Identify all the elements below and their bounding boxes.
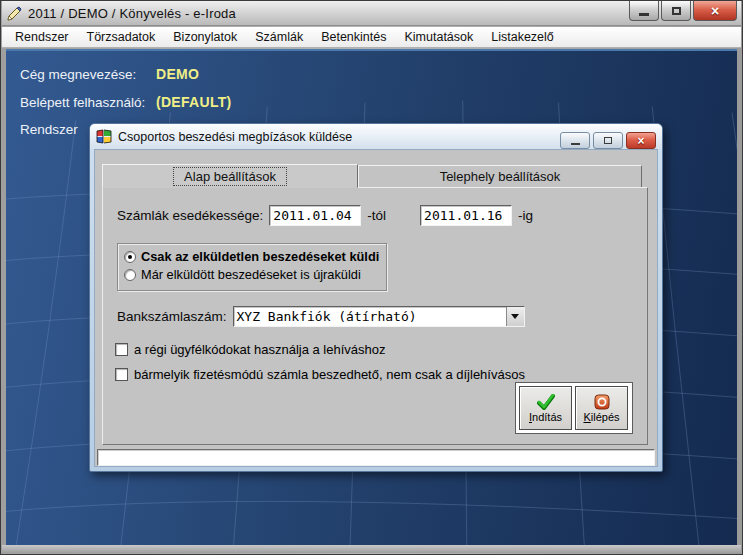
dialog-maximize-button[interactable] xyxy=(593,132,623,149)
checkbox-old-client-codes[interactable]: a régi ügyfélkódokat használja a lehívás… xyxy=(115,342,386,357)
main-titlebar: 2011 / DEMO / Könyvelés - e-Iroda × xyxy=(2,1,741,26)
dialog-title: Csoportos beszedési megbízások küldése xyxy=(118,130,352,144)
bank-account-value: XYZ Bankfiók (átírható) xyxy=(234,307,506,326)
dialog-titlebar[interactable]: Csoportos beszedési megbízások küldése × xyxy=(90,124,662,149)
company-value: DEMO xyxy=(156,66,199,82)
start-button[interactable]: Indítás xyxy=(519,386,572,430)
tab-telephely-beallitasok[interactable]: Telephely beállítások xyxy=(358,165,642,188)
send-mode-group: Csak az elküldetlen beszedéseket küldi M… xyxy=(117,243,387,291)
due-date-label: Számlák esedékessége: xyxy=(117,208,263,223)
window-bottom-frame xyxy=(2,545,741,553)
bank-account-select[interactable]: XYZ Bankfiók (átírható) xyxy=(233,306,525,327)
dialog-close-button[interactable]: × xyxy=(626,132,656,149)
exit-button-label: Kilépés xyxy=(583,411,619,423)
menu-item-betenkintes[interactable]: Betenkintés xyxy=(312,28,395,46)
menubar: Rendszer Törzsadatok Bizonylatok Számlák… xyxy=(2,27,741,48)
checkbox-label: bármelyik fizetésmódú számla beszedhető,… xyxy=(134,367,525,382)
tab-label: Alap beállítások xyxy=(173,167,287,186)
window-title: 2011 / DEMO / Könyvelés - e-Iroda xyxy=(28,6,236,21)
company-label: Cég megnevezése: xyxy=(20,67,156,82)
stop-icon xyxy=(594,394,610,410)
user-label: Belépett felhasználó: xyxy=(20,95,156,110)
dialog-close-icon: × xyxy=(637,135,644,147)
menu-item-bizonylatok[interactable]: Bizonylatok xyxy=(164,28,246,46)
date-to-input[interactable] xyxy=(420,205,512,226)
due-date-row: Számlák esedékessége: -tól -ig xyxy=(117,205,533,226)
menu-item-torzsadatok[interactable]: Törzsadatok xyxy=(78,28,165,46)
checkbox-label: a régi ügyfélkódokat használja a lehívás… xyxy=(134,342,386,357)
app-icon xyxy=(7,5,23,21)
dialog-caption-buttons: × xyxy=(560,132,656,149)
company-row: Cég megnevezése: DEMO xyxy=(20,66,199,82)
dialog-csoportos-beszedes: Csoportos beszedési megbízások küldése ×… xyxy=(89,123,663,472)
tab-alap-beallitasok[interactable]: Alap beállítások xyxy=(102,164,358,188)
close-button[interactable]: × xyxy=(693,1,737,21)
date-to-suffix: -ig xyxy=(518,208,533,223)
radio-label: Csak az elküldetlen beszedéseket küldi xyxy=(141,249,379,264)
radio-unselected-icon xyxy=(124,269,136,281)
radio-resend-sent[interactable]: Már elküldött beszedéseket is újraküldi xyxy=(124,267,380,282)
action-button-panel: Indítás Kilépés xyxy=(515,382,633,434)
date-from-input[interactable] xyxy=(269,205,361,226)
maximize-button[interactable] xyxy=(661,1,691,21)
tab-label: Telephely beállítások xyxy=(440,169,561,184)
minimize-button[interactable] xyxy=(629,1,659,21)
menu-item-szamlak[interactable]: Számlák xyxy=(246,28,312,46)
minimize-icon xyxy=(639,13,649,16)
dialog-maximize-icon xyxy=(604,137,612,144)
start-button-label: Indítás xyxy=(529,411,562,423)
radio-selected-icon xyxy=(124,251,136,263)
dialog-status-field xyxy=(97,449,655,466)
bank-account-row: Bankszámlaszám: XYZ Bankfiók (átírható) xyxy=(117,306,525,327)
check-icon xyxy=(537,394,555,410)
radio-label: Már elküldött beszedéseket is újraküldi xyxy=(141,267,361,282)
dialog-minimize-icon xyxy=(571,143,580,145)
radio-only-unsent[interactable]: Csak az elküldetlen beszedéseket küldi xyxy=(124,249,380,264)
main-window: 2011 / DEMO / Könyvelés - e-Iroda × Rend… xyxy=(0,0,743,555)
checkbox-any-payment-mode[interactable]: bármelyik fizetésmódú számla beszedhető,… xyxy=(115,367,525,382)
exit-button[interactable]: Kilépés xyxy=(575,386,628,430)
date-from-suffix: -tól xyxy=(367,208,386,223)
dialog-body: Alap beállítások Telephely beállítások S… xyxy=(94,149,658,467)
dialog-icon xyxy=(96,129,112,144)
menu-item-kimutatasok[interactable]: Kimutatások xyxy=(395,28,482,46)
close-icon: × xyxy=(711,4,719,18)
chevron-down-icon xyxy=(511,314,519,319)
checkbox-icon xyxy=(115,343,128,356)
user-row: Belépett felhasználó: (DEFAULT) xyxy=(20,94,232,110)
user-value: (DEFAULT) xyxy=(156,94,232,110)
bank-account-label: Bankszámlaszám: xyxy=(117,309,227,324)
menu-item-rendszer[interactable]: Rendszer xyxy=(6,28,78,46)
dialog-minimize-button[interactable] xyxy=(560,132,590,149)
maximize-icon xyxy=(672,7,681,15)
combo-dropdown-button[interactable] xyxy=(506,307,524,326)
menu-item-listakezelo[interactable]: Listakezelő xyxy=(482,28,563,46)
main-caption-buttons: × xyxy=(627,1,737,21)
checkbox-icon xyxy=(115,368,128,381)
